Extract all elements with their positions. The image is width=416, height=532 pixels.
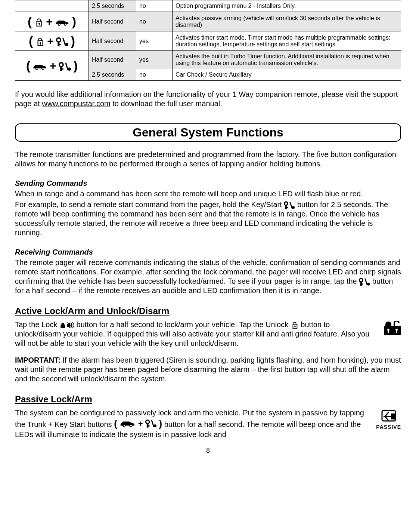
desc-cell: Car Check / Secure Auxiliary bbox=[173, 69, 401, 81]
table-row: 2.5 seconds no Option programming menu 2… bbox=[15, 0, 401, 12]
lock-unlock-badge-icon bbox=[381, 321, 401, 337]
icon-cell-empty bbox=[15, 0, 89, 12]
svg-point-3 bbox=[367, 283, 370, 286]
svg-point-0 bbox=[65, 43, 68, 46]
yn-cell: no bbox=[136, 69, 173, 81]
table-row: ( + ) Half second no Activates passive a… bbox=[15, 12, 401, 31]
car-icon bbox=[32, 59, 47, 72]
svg-rect-9 bbox=[396, 330, 397, 333]
yn-cell: no bbox=[136, 0, 173, 12]
gsf-intro: The remote transmitter functions are pre… bbox=[15, 150, 401, 169]
sending-commands-heading: Sending Commands bbox=[15, 179, 401, 188]
svg-point-2 bbox=[292, 206, 295, 209]
table-row: ( + ) Half second yes Activates timer st… bbox=[15, 31, 401, 51]
icon-cell-lock-plus-key: ( + ) bbox=[15, 31, 89, 51]
car-plus-key-combo-icon: ( + ) bbox=[114, 420, 164, 428]
active-p-a: Tap the Lock bbox=[15, 320, 59, 329]
svg-point-1 bbox=[68, 67, 71, 71]
svg-rect-12 bbox=[391, 413, 395, 419]
passive-lock-heading: Passive Lock/Arm bbox=[15, 394, 401, 405]
unlock-icon bbox=[34, 15, 44, 28]
car-icon bbox=[55, 15, 70, 28]
unlock-icon bbox=[291, 320, 299, 329]
plus-icon: + bbox=[50, 59, 56, 72]
section-title: General System Functions bbox=[15, 123, 401, 142]
plus-icon: + bbox=[47, 35, 54, 47]
yn-cell: no bbox=[136, 12, 173, 31]
page-number: 8 bbox=[15, 447, 401, 455]
press-cell: 2.5 seconds bbox=[89, 0, 136, 12]
key-start-icon bbox=[359, 277, 370, 285]
passive-badge: PASSIVE bbox=[376, 409, 401, 430]
icon-cell-lock-plus-car: ( + ) bbox=[15, 12, 89, 31]
sending-p2a: For example, to send a remote start comm… bbox=[15, 200, 284, 209]
unlock-icon bbox=[35, 35, 45, 47]
yn-cell: yes bbox=[136, 51, 173, 69]
desc-cell: Option programming menu 2 - Installers O… bbox=[173, 0, 401, 12]
active-paragraph: Tap the Lock button for a half second to… bbox=[15, 320, 401, 348]
receiving-paragraph: The remote pager will receive commands i… bbox=[15, 258, 401, 295]
intro-paragraph: If you would like additional information… bbox=[15, 90, 401, 108]
svg-rect-10 bbox=[60, 325, 65, 328]
key-start-icon bbox=[284, 200, 295, 209]
press-cell: 2.5 seconds bbox=[89, 69, 136, 81]
sending-paragraph-2: For example, to send a remote start comm… bbox=[15, 200, 401, 237]
desc-cell: Activates timer start mode. Timer start … bbox=[173, 31, 401, 51]
intro-text-2: to download the full user manual. bbox=[111, 99, 222, 108]
desc-cell: Activates passive arming (vehicle will a… bbox=[173, 12, 401, 31]
passive-paragraph: The system can be configured to passivel… bbox=[15, 408, 401, 439]
important-paragraph: IMPORTANT: If the alarm has been trigger… bbox=[15, 356, 401, 384]
key-start-icon bbox=[59, 59, 71, 72]
desc-cell: Activates the built in Turbo Timer funct… bbox=[173, 51, 401, 69]
passive-badge-caption: PASSIVE bbox=[376, 424, 401, 430]
important-text: If the alarm has been triggered (Siren i… bbox=[15, 356, 401, 383]
key-start-icon bbox=[56, 35, 69, 47]
important-label: IMPORTANT: bbox=[15, 356, 60, 364]
active-p-b: button for a half second to lock/arm you… bbox=[74, 320, 291, 329]
press-cell: Half second bbox=[89, 51, 136, 69]
receiving-p1a: The remote pager will receive commands i… bbox=[15, 258, 401, 285]
icon-cell-car-plus-key: ( + ) bbox=[15, 51, 89, 81]
sending-line1: When in range and a command has been sen… bbox=[15, 189, 401, 199]
plus-icon: + bbox=[46, 15, 53, 28]
svg-point-13 bbox=[153, 425, 156, 428]
table-row: ( + ) Half second yes Activates the buil… bbox=[15, 51, 401, 69]
svg-rect-6 bbox=[388, 330, 389, 333]
yn-cell: yes bbox=[136, 31, 173, 51]
functions-table: 2.5 seconds no Option programming menu 2… bbox=[15, 0, 401, 81]
receiving-commands-heading: Receiving Commands bbox=[15, 248, 401, 256]
press-cell: Half second bbox=[89, 31, 136, 51]
support-link[interactable]: www.compustar.com bbox=[42, 99, 110, 108]
active-lock-heading: Active Lock/Arm and Unlock/Disarm bbox=[15, 306, 401, 316]
press-cell: Half second bbox=[89, 12, 136, 31]
lock-mute-icon bbox=[59, 320, 74, 329]
